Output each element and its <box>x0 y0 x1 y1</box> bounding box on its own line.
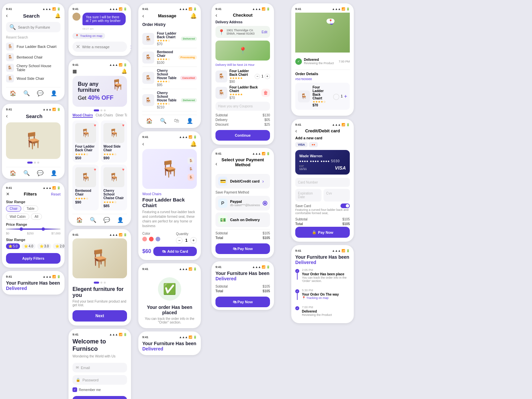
color-pink[interactable] <box>142 237 147 241</box>
expiry-field[interactable]: Expiration Date <box>295 189 322 201</box>
close-filter-button[interactable]: ✕ <box>6 192 10 197</box>
nav-chat[interactable]: 💬 <box>37 90 44 96</box>
order-rating-4: ★★★★☆ <box>157 102 178 105</box>
nav-home-3[interactable]: 🏠 <box>76 217 83 223</box>
remember-checkbox[interactable]: ✓ <box>72 387 77 392</box>
wishlist-button-2[interactable]: ♥ <box>122 123 124 128</box>
pay-now-button-credit[interactable]: 🔒 Pay Now <box>295 227 350 238</box>
nav-user-4[interactable]: 👤 <box>187 118 193 124</box>
search-input[interactable] <box>18 25 64 29</box>
coupon-input[interactable]: Have you any Coupons <box>215 102 270 111</box>
elegant-subtitle: Find your best Furniture product and get… <box>72 300 127 307</box>
back-btn-credit[interactable]: ‹ <box>295 128 297 134</box>
tracking-on-map-link[interactable]: 📍 Tracking on map <box>302 296 339 300</box>
nav-search[interactable]: 🔍 <box>23 90 30 96</box>
bottom-nav-4: 🏠 🔍 🛍 👤 <box>142 115 197 124</box>
notification-bell-icon[interactable]: 🔔 <box>55 13 61 18</box>
nav-chat-2[interactable]: 💬 <box>37 170 44 176</box>
order-item-2[interactable]: 🪑 Bentwood Chair ★★★★☆ $100 Processing <box>142 48 197 67</box>
product-card-2[interactable]: 🪑 ♥ Wood Side Chair ★★★★☆ $90 <box>101 120 127 163</box>
signin-button[interactable]: Sign in <box>72 396 127 399</box>
back-btn-checkout[interactable]: ‹ <box>215 12 217 18</box>
continue-button[interactable]: Continue <box>215 130 270 141</box>
payment-cash-option[interactable]: 💵 Cash on Delivery <box>215 212 270 227</box>
nav-search-4[interactable]: 🔍 <box>160 118 167 124</box>
wishlist-button-4[interactable]: ♥ <box>122 167 124 172</box>
star-5[interactable]: ⭐ 5.0 <box>6 243 20 249</box>
chat-bubble: Yea sure I will be there at 7 pm with my… <box>82 13 126 25</box>
range-thumb-right[interactable] <box>42 227 45 231</box>
nav-user-3[interactable]: 👤 <box>117 217 124 223</box>
decrease-qty-button[interactable]: − <box>176 237 183 244</box>
add-to-cart-button[interactable]: 🛍 Add to Card <box>153 247 197 256</box>
tracking-badge[interactable]: 📍 Tracking on map <box>72 33 105 39</box>
wishlist-button-3[interactable]: ♥ <box>94 167 96 172</box>
nav-chat-3[interactable]: 💬 <box>103 217 110 223</box>
tab-wood-chairs[interactable]: Wood Chairs <box>72 113 93 118</box>
wishlist-button-1[interactable]: ♥ <box>94 123 96 128</box>
search-box[interactable]: 🔍 ⚙ <box>6 22 61 32</box>
nav-home-2[interactable]: 🏠 <box>10 170 16 176</box>
nav-home[interactable]: 🏠 <box>10 90 16 96</box>
payment-card-option[interactable]: 💳 Debit/Credit card › <box>215 174 270 189</box>
chip-chair[interactable]: Chair <box>6 205 21 212</box>
pay-now-button-1[interactable]: 🛍 Pay Now <box>215 243 270 254</box>
list-item[interactable]: 🪑 Four Ladder Back Chairt <box>6 41 61 52</box>
apply-filters-button[interactable]: Apply Filters <box>6 253 61 264</box>
range-thumb-left[interactable] <box>20 227 23 231</box>
list-item[interactable]: 🪑 Wood Side Chair <box>6 73 61 84</box>
chip-table[interactable]: Table <box>23 205 38 212</box>
send-icon[interactable]: ➤ <box>130 44 131 50</box>
pay-now-button-2[interactable]: 🛍 Pay Now <box>215 297 270 307</box>
star-4[interactable]: ⭐ 4.0 <box>22 243 36 249</box>
password-field[interactable]: 🔒 Password <box>72 375 127 385</box>
selected-thumb[interactable]: 🪑 <box>188 166 194 172</box>
product-card-1[interactable]: 🪑 ♥ Four Ladder Back Chair ★★★★☆ $50 <box>72 120 99 163</box>
payment-paypal-option[interactable]: P Paypal db-saket***@business <box>215 196 270 210</box>
edit-address-button[interactable]: Edit <box>262 30 267 34</box>
increase-qty-button[interactable]: + <box>190 237 197 244</box>
save-card-toggle[interactable] <box>340 203 350 208</box>
star-2[interactable]: ⭐ 2.0 <box>53 243 65 249</box>
next-button[interactable]: Next <box>72 310 127 322</box>
nav-search-3[interactable]: 🔍 <box>90 217 96 223</box>
order-item-1[interactable]: 🪑 Four Ladder Back Chairt ★★★★☆ $70 Deli… <box>142 30 197 48</box>
tab-diner-tables[interactable]: Diner Tables <box>116 113 127 118</box>
order-item-4[interactable]: 🪑 Cherry School House Table ★★★★☆ $210 D… <box>142 89 197 111</box>
price-range-slider[interactable] <box>6 228 61 230</box>
star-3[interactable]: ⭐ 3.0 <box>37 243 51 249</box>
chip-wallcabin[interactable]: Wall Cabin <box>6 213 29 220</box>
product-card-4[interactable]: 🪑 ♥ Cherry School Chaise Chair ★★★★☆ $85 <box>101 165 127 210</box>
bell-icon-detail[interactable]: 🔔 <box>190 141 197 147</box>
list-item[interactable]: 🪑 Cherry School House Table <box>6 63 61 73</box>
reset-filters-button[interactable]: Reset <box>51 192 61 196</box>
color-purple[interactable] <box>156 237 160 241</box>
nav-home-4[interactable]: 🏠 <box>146 118 153 124</box>
qty-inc-1[interactable]: + <box>265 74 270 79</box>
bell-icon-2[interactable]: 🔔 <box>121 68 127 74</box>
nav-user-2[interactable]: 👤 <box>51 170 57 176</box>
back-button-2[interactable]: ‹ <box>6 113 8 119</box>
tab-club-chairs[interactable]: Club Chairs <box>95 113 113 118</box>
list-item[interactable]: 🪑 Bentwood Chair <box>6 52 61 63</box>
cvv-field[interactable]: Cvv <box>324 189 350 201</box>
card-number-field[interactable]: Card Number <box>295 178 350 187</box>
nav-cart-4[interactable]: 🛍 <box>174 118 179 124</box>
nav-search-2[interactable]: 🔍 <box>23 170 30 176</box>
chip-all[interactable]: All <box>31 213 42 220</box>
back-btn-detail[interactable]: ‹ <box>142 141 144 147</box>
back-btn-payment[interactable]: ‹ <box>215 161 217 167</box>
color-red[interactable] <box>149 237 154 241</box>
back-btn-order[interactable]: ‹ <box>142 13 144 19</box>
product-card-3[interactable]: 🪑 ♥ Bentwood Chair ★★★★☆ $90 <box>72 165 99 210</box>
order-item-3[interactable]: 🪑 Cherry School House Table ★★★★☆ $95 Ca… <box>142 67 197 89</box>
back-button[interactable]: ‹ <box>6 13 8 19</box>
bell-icon-3[interactable]: 🔔 <box>190 13 197 19</box>
chat-input-row[interactable]: ✕ ➤ <box>72 42 127 52</box>
nav-user[interactable]: 👤 <box>51 90 57 96</box>
chat-input[interactable] <box>82 45 128 49</box>
paypal-radio[interactable] <box>263 201 267 205</box>
delete-item-button[interactable]: 🗑 <box>261 89 270 97</box>
email-field[interactable]: ✉ Email <box>72 363 127 372</box>
qty-dec-1[interactable]: − <box>255 74 260 79</box>
